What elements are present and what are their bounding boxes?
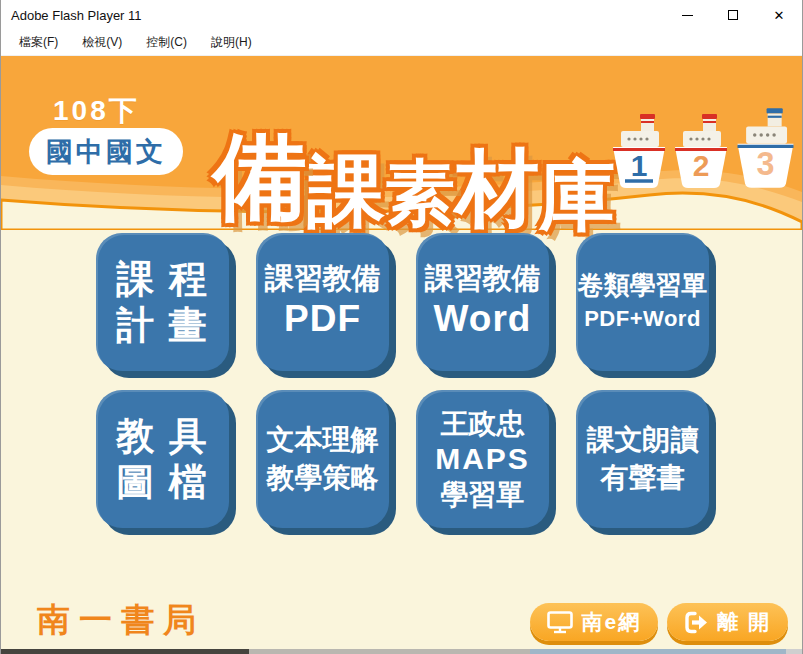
tile-audiobook[interactable]: 課文朗讀 有聲書 — [576, 390, 709, 528]
nan-e-web-button[interactable]: 南e網 — [530, 603, 658, 641]
tile-keshi-jiaobei-pdf[interactable]: 課習教備 PDF — [256, 233, 389, 371]
tile-label-line: 課習教備 — [265, 261, 381, 296]
publisher-logo: 南一書局 — [37, 598, 205, 643]
resource-tile-grid: 課 程 計 畫 課習教備 PDF 課習教備 Word 卷類學習單 PDF+Wor… — [96, 233, 709, 528]
tile-maps-worksheet[interactable]: 王政忠 MAPS 學習單 — [416, 390, 549, 528]
tile-label-line: 卷類學習單 — [578, 269, 708, 302]
boat-number-2: 2 — [693, 149, 710, 182]
menu-file[interactable]: 檔案(F) — [9, 31, 68, 54]
title-char: 材 — [455, 146, 539, 230]
tile-label-line: 有聲書 — [601, 459, 685, 497]
tile-label-line: MAPS — [435, 441, 530, 477]
title-char: 課 — [307, 152, 385, 230]
tile-label-line: 教學策略 — [267, 459, 379, 497]
maximize-button[interactable] — [710, 0, 756, 30]
tile-worksheets-pdf-word[interactable]: 卷類學習單 PDF+Word — [576, 233, 709, 371]
boat-tab-3[interactable]: 3 — [735, 106, 796, 190]
footer-buttons: 南e網 離 開 — [530, 603, 788, 641]
tile-label-line: 課文朗讀 — [587, 421, 699, 459]
monitor-icon — [547, 611, 573, 634]
tile-course-plan[interactable]: 課 程 計 畫 — [96, 233, 229, 371]
title-char: 備 — [213, 130, 307, 224]
menu-help[interactable]: 說明(H) — [201, 31, 262, 54]
boat-number-3: 3 — [757, 146, 775, 182]
title-char: 素 — [385, 158, 455, 228]
flash-stage: 108下 國中國文 備 課 素 材 庫 — [1, 56, 802, 649]
tile-label-line: 圖 檔 — [116, 459, 209, 505]
tile-label-line: 計 畫 — [116, 302, 209, 348]
app-title: 備 課 素 材 庫 — [213, 60, 613, 230]
subject-badge: 國中國文 — [29, 128, 183, 175]
close-icon: ✕ — [774, 9, 785, 22]
title-char: 庫 — [539, 158, 615, 234]
menu-view[interactable]: 檢視(V) — [72, 31, 132, 54]
minimize-icon — [682, 15, 693, 16]
book-volume-tabs: 1 2 — [611, 106, 796, 190]
window-controls: ✕ — [664, 0, 802, 30]
menu-control[interactable]: 控制(C) — [136, 31, 197, 54]
tile-label-line: 課習教備 — [425, 261, 541, 296]
tile-keshi-jiaobei-word[interactable]: 課習教備 Word — [416, 233, 549, 371]
tile-label-line: 文本理解 — [267, 421, 379, 459]
tile-text-comprehension[interactable]: 文本理解 教學策略 — [256, 390, 389, 528]
tile-label-line: 學習單 — [441, 477, 525, 512]
minimize-button[interactable] — [664, 0, 710, 30]
desktop-sliver — [1, 649, 802, 654]
tile-label-line: 課 程 — [116, 256, 209, 302]
tile-label-line: 教 具 — [116, 413, 209, 459]
menu-bar: 檔案(F) 檢視(V) 控制(C) 說明(H) — [1, 30, 802, 56]
exit-icon — [684, 611, 709, 634]
tile-label-line: Word — [434, 295, 532, 343]
tile-label-line: 王政忠 — [441, 406, 525, 441]
exit-label: 離 開 — [717, 608, 771, 636]
nan-e-web-label: 南e網 — [581, 608, 641, 636]
tile-label-line: PDF — [284, 295, 361, 343]
flash-player-window: Adobe Flash Player 11 ✕ 檔案(F) 檢視(V) 控制(C… — [0, 0, 803, 654]
boat-tab-2[interactable]: 2 — [673, 112, 729, 190]
tile-teaching-aids[interactable]: 教 具 圖 檔 — [96, 390, 229, 528]
boat-number-1: 1 — [631, 149, 648, 182]
maximize-icon — [728, 10, 738, 20]
tile-label-line: PDF+Word — [584, 302, 701, 335]
exit-button[interactable]: 離 開 — [667, 603, 788, 641]
close-button[interactable]: ✕ — [756, 0, 802, 30]
window-title: Adobe Flash Player 11 — [1, 8, 664, 23]
semester-label: 108下 — [53, 92, 140, 130]
header-banner: 108下 國中國文 備 課 素 材 庫 — [1, 56, 802, 230]
title-bar: Adobe Flash Player 11 ✕ — [1, 0, 802, 30]
boat-tab-1[interactable]: 1 — [611, 112, 667, 190]
